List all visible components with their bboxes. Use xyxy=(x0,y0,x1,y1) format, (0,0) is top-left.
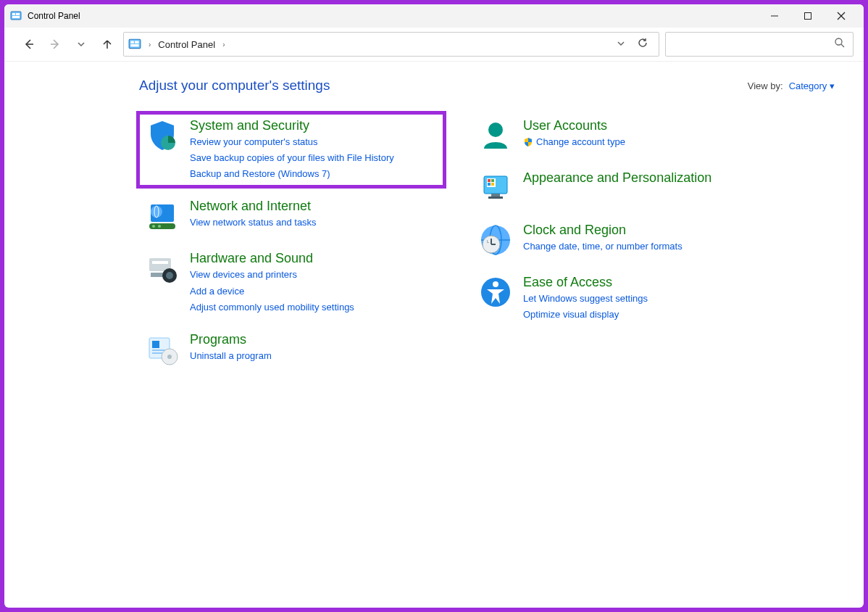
search-icon xyxy=(834,37,846,51)
svg-rect-11 xyxy=(130,41,134,44)
control-panel-icon xyxy=(10,10,22,22)
svg-rect-3 xyxy=(12,16,20,18)
chevron-down-icon[interactable] xyxy=(617,38,625,51)
category-column-right: User AccountsChange account typeAppearan… xyxy=(472,114,777,371)
user-accounts-icon xyxy=(478,118,513,153)
svg-rect-2 xyxy=(16,13,20,15)
view-by-dropdown[interactable]: Category ▾ xyxy=(789,80,835,91)
svg-rect-36 xyxy=(491,194,500,197)
svg-line-15 xyxy=(841,44,844,47)
hardware-and-sound-icon xyxy=(145,251,180,286)
category-system-and-security: System and SecurityReview your computer'… xyxy=(139,114,443,186)
chevron-right-icon[interactable]: › xyxy=(146,41,154,49)
network-and-internet-icon xyxy=(145,199,180,233)
category-title[interactable]: Appearance and Personalization xyxy=(523,170,711,186)
category-user-accounts: User AccountsChange account type xyxy=(472,114,777,157)
address-bar[interactable]: › Control Panel › xyxy=(123,32,659,57)
svg-rect-37 xyxy=(488,197,503,199)
minimize-button[interactable] xyxy=(758,4,791,28)
category-link[interactable]: Optimize visual display xyxy=(523,307,648,322)
maximize-button[interactable] xyxy=(791,4,825,28)
titlebar: Control Panel xyxy=(4,4,864,28)
category-clock-and-region: LClock and RegionChange date, time, or n… xyxy=(472,218,777,262)
svg-rect-42 xyxy=(491,183,494,186)
category-hardware-and-sound: Hardware and SoundView devices and print… xyxy=(139,247,443,318)
category-link[interactable]: Add a device xyxy=(190,284,354,299)
search-input[interactable] xyxy=(665,32,854,57)
forward-button[interactable] xyxy=(45,34,65,54)
back-button[interactable] xyxy=(19,34,39,54)
category-link[interactable]: Backup and Restore (Windows 7) xyxy=(190,167,394,181)
appearance-and-personalization-icon xyxy=(478,170,513,205)
chevron-right-icon[interactable]: › xyxy=(220,41,228,49)
category-link[interactable]: Change date, time, or number formats xyxy=(523,239,683,254)
page-heading: Adjust your computer's settings xyxy=(139,78,330,94)
uac-shield-icon xyxy=(523,137,533,147)
svg-point-33 xyxy=(167,355,172,359)
category-appearance-and-personalization: Appearance and Personalization xyxy=(472,166,777,210)
content-area: Adjust your computer's settings View by:… xyxy=(4,62,864,608)
svg-point-34 xyxy=(488,123,503,137)
svg-rect-5 xyxy=(805,13,811,20)
ease-of-access-icon xyxy=(478,275,513,310)
control-panel-icon xyxy=(128,38,141,51)
category-link[interactable]: Uninstall a program xyxy=(190,349,272,363)
category-title[interactable]: Programs xyxy=(190,332,272,347)
svg-point-27 xyxy=(166,272,173,279)
category-link[interactable]: Review your computer's status xyxy=(190,135,394,149)
category-title[interactable]: Network and Internet xyxy=(190,199,317,214)
recent-locations-button[interactable] xyxy=(71,34,91,54)
category-link[interactable]: Adjust commonly used mobility settings xyxy=(190,300,354,315)
svg-rect-10 xyxy=(129,39,141,48)
category-link[interactable]: View devices and printers xyxy=(190,268,354,282)
category-title[interactable]: Clock and Region xyxy=(523,223,683,238)
svg-rect-12 xyxy=(135,41,139,44)
clock-and-region-icon: L xyxy=(478,223,513,257)
svg-rect-41 xyxy=(488,183,491,186)
svg-point-18 xyxy=(151,206,162,218)
window-title: Control Panel xyxy=(28,11,758,21)
category-ease-of-access: Ease of AccessLet Windows suggest settin… xyxy=(472,270,777,326)
svg-point-22 xyxy=(158,225,161,228)
system-and-security-icon xyxy=(145,118,180,153)
svg-rect-13 xyxy=(130,44,138,46)
category-title[interactable]: Ease of Access xyxy=(523,275,648,290)
svg-rect-1 xyxy=(12,13,15,15)
category-link[interactable]: Save backup copies of your files with Fi… xyxy=(190,151,394,165)
view-by-label: View by: xyxy=(748,80,783,91)
svg-point-14 xyxy=(835,38,842,45)
category-title[interactable]: User Accounts xyxy=(523,118,625,133)
svg-point-51 xyxy=(493,281,498,287)
category-link[interactable]: Let Windows suggest settings xyxy=(523,291,648,306)
svg-rect-24 xyxy=(152,261,168,264)
view-by-selector: View by: Category ▾ xyxy=(748,80,835,91)
svg-rect-29 xyxy=(152,341,159,348)
category-programs: ProgramsUninstall a program xyxy=(139,328,443,371)
category-network-and-internet: Network and InternetView network status … xyxy=(139,194,443,238)
close-button[interactable] xyxy=(825,4,858,28)
svg-rect-40 xyxy=(491,179,494,182)
category-column-left: System and SecurityReview your computer'… xyxy=(139,114,443,371)
programs-icon xyxy=(145,332,180,367)
category-title[interactable]: System and Security xyxy=(190,118,394,133)
breadcrumb-root[interactable]: Control Panel xyxy=(158,39,215,50)
svg-point-21 xyxy=(152,225,155,228)
control-panel-window: Control Panel › Control Panel › Adjust y xyxy=(4,4,864,608)
svg-rect-0 xyxy=(11,12,21,20)
svg-rect-39 xyxy=(488,179,491,182)
category-link[interactable]: Change account type xyxy=(523,135,625,149)
category-link[interactable]: View network status and tasks xyxy=(190,215,317,230)
category-title[interactable]: Hardware and Sound xyxy=(190,251,354,266)
navigation-bar: › Control Panel › xyxy=(4,28,864,62)
refresh-button[interactable] xyxy=(637,37,648,51)
up-button[interactable] xyxy=(97,34,117,54)
